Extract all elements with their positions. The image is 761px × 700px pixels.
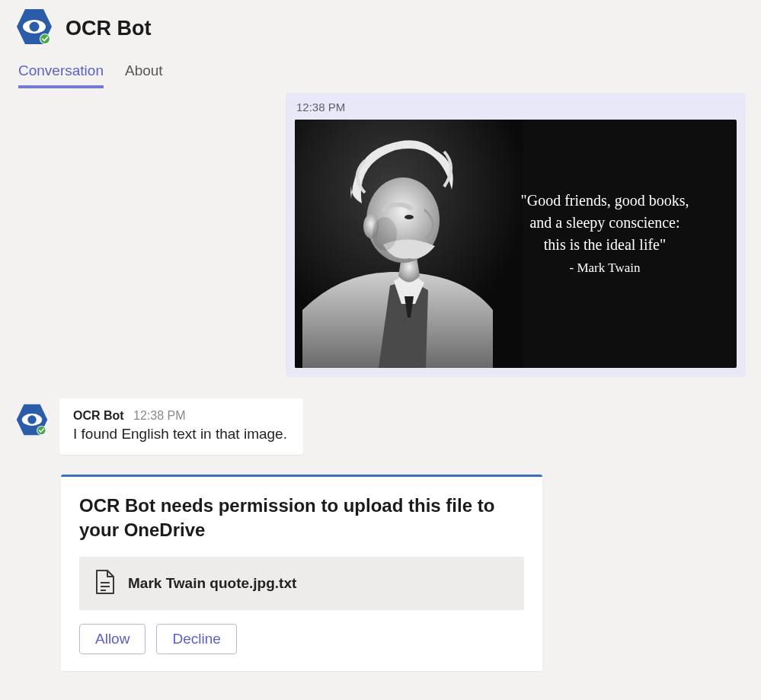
quote-line: this is the ideal life" [494,234,715,256]
file-name: Mark Twain quote.jpg.txt [128,575,296,592]
quote-photo-icon [295,120,523,368]
outgoing-timestamp: 12:38 PM [296,101,737,113]
quote-line: "Good friends, good books, [494,190,715,212]
outgoing-message[interactable]: 12:38 PM [286,93,746,377]
file-consent-card: OCR Bot needs permission to upload this … [61,475,542,671]
decline-button[interactable]: Decline [156,624,236,654]
tab-about[interactable]: About [125,62,163,88]
page-title: OCR Bot [66,17,151,40]
bot-message-row: OCR Bot 12:38 PM I found English text in… [15,398,746,455]
quote-overlay: "Good friends, good books, and a sleepy … [494,190,715,278]
tab-conversation[interactable]: Conversation [18,62,104,88]
tab-bar: Conversation About [0,49,761,88]
bot-avatar-icon [15,403,49,439]
attached-image[interactable]: "Good friends, good books, and a sleepy … [295,120,737,368]
quote-attribution: - Mark Twain [494,259,715,278]
quote-line: and a sleepy conscience: [494,212,715,234]
bot-message-text: I found English text in that image. [73,426,289,443]
header-bar: OCR Bot [0,0,761,49]
bot-avatar-icon [15,8,53,49]
svg-point-9 [373,217,397,251]
bot-message-meta: OCR Bot 12:38 PM [73,409,289,423]
consent-title: OCR Bot needs permission to upload this … [79,494,524,543]
bot-message[interactable]: OCR Bot 12:38 PM I found English text in… [59,398,303,455]
chat-area: 12:38 PM [0,93,761,686]
bot-name: OCR Bot [73,409,124,422]
bot-timestamp: 12:38 PM [133,409,185,422]
file-attachment-chip[interactable]: Mark Twain quote.jpg.txt [79,557,524,610]
svg-point-8 [404,215,414,219]
file-icon [93,569,116,598]
allow-button[interactable]: Allow [79,624,145,654]
consent-button-row: Allow Decline [79,624,524,654]
